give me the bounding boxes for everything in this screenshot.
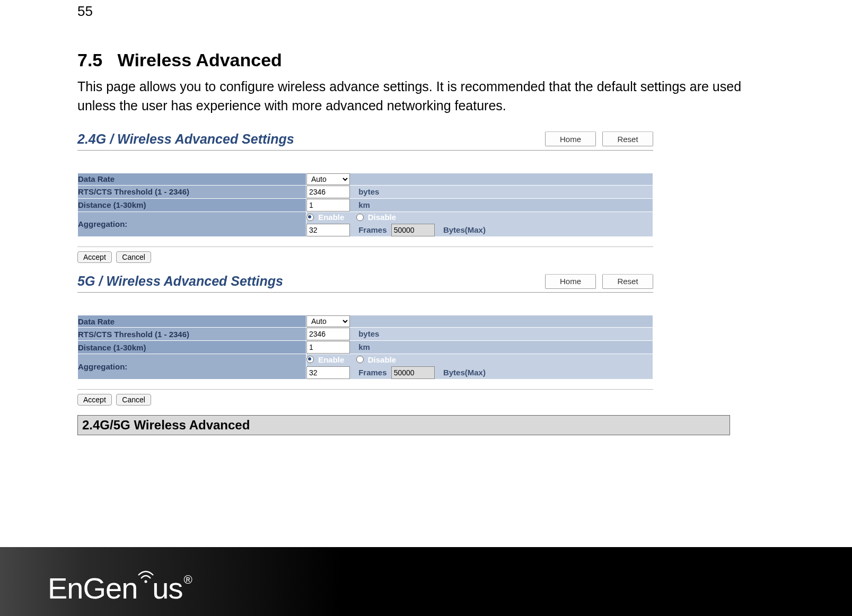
- distance-label: Distance (1-30km): [78, 341, 306, 354]
- engenius-logo: EnGenus®: [48, 571, 192, 605]
- registered-mark: ®: [184, 573, 192, 586]
- intro-text: This page allows you to configure wirele…: [77, 77, 772, 116]
- logo-text-2: us: [152, 571, 182, 605]
- rtscts-label: RTS/CTS Threshold (1 - 2346): [78, 185, 306, 198]
- rtscts-unit: bytes: [358, 187, 379, 196]
- reset-button[interactable]: Reset: [602, 131, 653, 146]
- rtscts-label: RTS/CTS Threshold (1 - 2346): [78, 328, 306, 341]
- distance-unit: km: [358, 342, 370, 351]
- agg-enable-radio[interactable]: [306, 214, 314, 221]
- agg-bytes-input[interactable]: [391, 366, 435, 379]
- svg-point-0: [145, 580, 147, 583]
- aggregation-label: Aggregation:: [78, 354, 306, 380]
- distance-input[interactable]: [306, 341, 350, 354]
- agg-enable-label: Enable: [318, 213, 344, 222]
- distance-unit: km: [358, 200, 370, 209]
- distance-label: Distance (1-30km): [78, 198, 306, 212]
- rtscts-unit: bytes: [358, 329, 379, 338]
- data-rate-label: Data Rate: [78, 315, 306, 328]
- cancel-button[interactable]: Cancel: [116, 394, 151, 406]
- wifi-icon: [136, 556, 155, 591]
- panel-5g: 5G / Wireless Advanced Settings Home Res…: [77, 272, 653, 406]
- settings-table-5g: Data Rate Auto RTS/CTS Threshold (1 - 23…: [77, 315, 653, 380]
- agg-bytes-unit: Bytes(Max): [443, 368, 486, 377]
- panel-title-24g: 2.4G / Wireless Advanced Settings: [77, 131, 294, 147]
- distance-input[interactable]: [306, 199, 350, 212]
- accept-button[interactable]: Accept: [77, 394, 112, 406]
- settings-table-24g: Data Rate Auto RTS/CTS Threshold (1 - 23…: [77, 173, 653, 237]
- home-button[interactable]: Home: [545, 131, 596, 146]
- data-rate-select[interactable]: Auto: [306, 173, 350, 185]
- footer: EnGenus®: [0, 547, 852, 616]
- section-number: 7.5: [77, 50, 102, 70]
- page-number: 55: [77, 4, 777, 18]
- cancel-button[interactable]: Cancel: [116, 251, 151, 263]
- agg-disable-radio[interactable]: [356, 214, 364, 221]
- agg-bytes-input[interactable]: [391, 224, 435, 236]
- home-button[interactable]: Home: [545, 274, 596, 289]
- agg-frames-input[interactable]: [306, 224, 350, 236]
- rtscts-input[interactable]: [306, 328, 350, 340]
- section-title: Wireless Advanced: [118, 50, 282, 70]
- data-rate-select[interactable]: Auto: [306, 315, 350, 327]
- agg-enable-label: Enable: [318, 355, 344, 364]
- agg-frames-unit: Frames: [358, 368, 387, 377]
- reset-button[interactable]: Reset: [602, 274, 653, 289]
- accept-button[interactable]: Accept: [77, 251, 112, 263]
- info-table-title: 2.4G/5G Wireless Advanced: [77, 415, 730, 435]
- agg-disable-label: Disable: [368, 355, 396, 364]
- logo-text-1: EnGen: [48, 571, 137, 605]
- section-heading: 7.5 Wireless Advanced: [77, 50, 777, 71]
- panel-24g: 2.4G / Wireless Advanced Settings Home R…: [77, 130, 653, 263]
- agg-frames-input[interactable]: [306, 366, 350, 379]
- rtscts-input[interactable]: [306, 186, 350, 198]
- agg-bytes-unit: Bytes(Max): [443, 225, 486, 234]
- agg-disable-radio[interactable]: [356, 356, 364, 363]
- agg-frames-unit: Frames: [358, 225, 387, 234]
- panel-title-5g: 5G / Wireless Advanced Settings: [77, 274, 283, 289]
- agg-disable-label: Disable: [368, 213, 396, 222]
- aggregation-label: Aggregation:: [78, 212, 306, 237]
- agg-enable-radio[interactable]: [306, 356, 314, 363]
- data-rate-label: Data Rate: [78, 173, 306, 185]
